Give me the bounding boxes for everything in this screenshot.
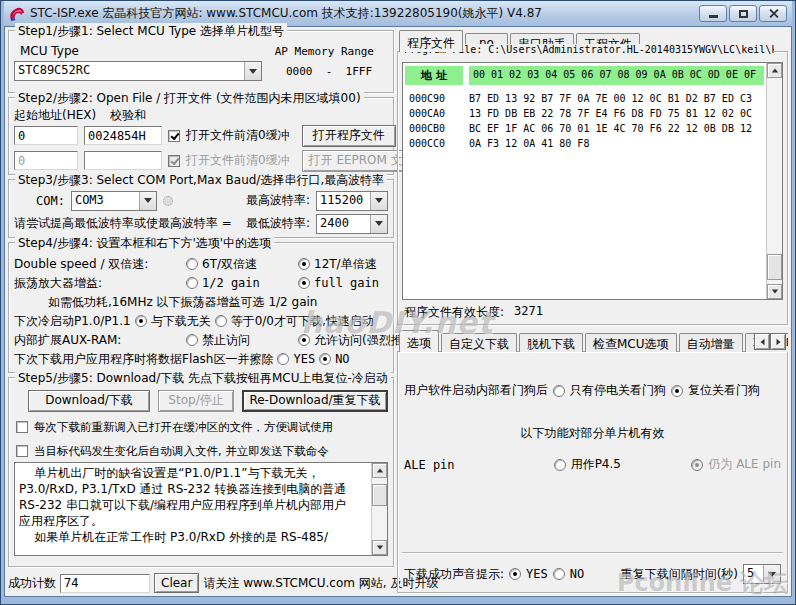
clear-count-button[interactable]: Clear [154, 573, 199, 593]
tab-scroll-right-button[interactable] [770, 333, 786, 350]
erase-flash-yes-label[interactable]: YES [293, 352, 315, 366]
osc-gain-half-radio[interactable] [186, 277, 198, 289]
hex-row-bytes: BC EF 1F AC 06 70 01 1E 4C 70 F6 22 12 0… [469, 123, 764, 134]
watchdog-label: 用户软件启动内部看门狗后 [404, 382, 548, 399]
clear-buffer-label[interactable]: 打开文件前清0缓冲 [186, 127, 290, 144]
minimize-button[interactable] [699, 5, 727, 22]
hex-scrollbar[interactable] [766, 63, 782, 299]
tab-custom-download[interactable]: 自定义下载 [441, 333, 517, 352]
hex-viewer[interactable]: 地 址 00 01 02 03 04 05 06 07 08 09 0A 0B … [402, 62, 783, 300]
hex-row-address: 000C90 [405, 93, 463, 104]
watchdog-reset-radio[interactable] [671, 385, 683, 397]
erase-flash-no-radio[interactable] [319, 353, 331, 365]
repeat-interval-combobox[interactable]: 5 [743, 564, 781, 584]
watchdog-reset-label[interactable]: 复位关看门狗 [688, 382, 760, 399]
reload-before-download-label[interactable]: 每次下载前重新调入已打开在缓冲区的文件，方便调试使用 [34, 420, 333, 435]
redownload-button[interactable]: Re-Download/重复下载 [242, 390, 388, 412]
window-title: STC-ISP.exe 宏晶科技官方网站: www.STCMCU.com 技术支… [30, 5, 694, 22]
tab-auto-increment[interactable]: 自动增量 [679, 333, 743, 352]
sound-row: 下载成功声音提示: YES NO 重复下载间隔时间(秒) 5 [404, 560, 781, 586]
program-start-address-input[interactable] [14, 126, 78, 145]
success-count-input[interactable] [60, 574, 150, 593]
osc-gain-label: 振荡放大器增益: [14, 275, 182, 292]
chevron-down-icon [375, 198, 383, 203]
aux-ram-enable-radio[interactable] [298, 334, 310, 346]
aux-ram-disable-label[interactable]: 禁止访问 [202, 332, 250, 349]
tab-offline-download[interactable]: 脱机下载 [519, 333, 583, 352]
hex-address-header: 地 址 [405, 66, 463, 85]
ale-p45-radio[interactable] [554, 459, 566, 471]
hex-row: 000CB0 BC EF 1F AC 06 70 01 1E 4C 70 F6 … [405, 121, 764, 136]
tab-scroll-left-button[interactable] [754, 333, 770, 350]
cold-start-00-label[interactable]: 等于0/0才可下载,快速启动 [231, 313, 374, 330]
aux-ram-disable-radio[interactable] [186, 334, 198, 346]
eeprom-start-address-input[interactable] [14, 151, 78, 170]
download-button[interactable]: Download/下载 [28, 390, 150, 412]
com-port-combobox[interactable]: COM3 [71, 191, 157, 211]
scroll-down-icon[interactable] [767, 284, 782, 299]
sound-no-label[interactable]: NO [570, 567, 584, 581]
sound-yes-radio[interactable] [509, 568, 521, 580]
ale-pin-label: ALE pin [404, 458, 549, 472]
scroll-up-icon[interactable] [372, 463, 387, 478]
ale-p45-label[interactable]: 用作P4.5 [571, 456, 687, 473]
erase-flash-no-label[interactable]: NO [335, 352, 349, 366]
sound-yes-label[interactable]: YES [526, 567, 548, 581]
max-baud-combobox[interactable]: 115200 [316, 191, 388, 211]
watchdog-poweroff-radio[interactable] [553, 385, 565, 397]
erase-flash-yes-radio[interactable] [277, 353, 289, 365]
bottom-tabstrip: 选项 自定义下载 脱机下载 检查MCU选项 自动增量 ISP DEMC [397, 330, 788, 352]
repeat-interval-dropdown-button[interactable] [763, 565, 780, 583]
tab-options[interactable]: 选项 [399, 330, 439, 352]
program-file-groupbox: Program File: C:\Users\Administrator.HL-… [397, 51, 788, 325]
min-baud-value: 2400 [317, 215, 370, 233]
max-baud-value: 115200 [317, 192, 370, 210]
osc-gain-half-label[interactable]: 1/2 gain [202, 276, 260, 290]
double-speed-6t-label[interactable]: 6T/双倍速 [202, 256, 257, 273]
options-divider [402, 552, 783, 554]
info-scrollbar[interactable] [371, 463, 387, 555]
program-checksum-input[interactable] [84, 126, 162, 145]
app-window: STC-ISP.exe 宏晶科技官方网站: www.STCMCU.com 技术支… [0, 0, 796, 605]
options-tabpage: 用户软件启动内部看门狗后 只有停电关看门狗 复位关看门狗 以下功能对部分单片机有… [397, 351, 788, 593]
sound-no-radio[interactable] [553, 568, 565, 580]
reload-before-download-checkbox[interactable] [16, 421, 28, 433]
step4-groupbox: Step4/步骤4: 设置本框和右下方'选项'中的选项 Double speed… [8, 242, 394, 373]
max-baud-dropdown-button[interactable] [370, 192, 387, 210]
cold-start-00-radio[interactable] [215, 315, 227, 327]
eeprom-checksum-input[interactable] [84, 151, 162, 170]
clear-buffer-checkbox[interactable] [168, 130, 180, 142]
hex-row: 000C90 B7 ED 13 92 B7 7F 0A 7E 00 12 0C … [405, 91, 764, 106]
info-textarea[interactable]: 单片机出厂时的缺省设置是“P1.0/P1.1”与下载无关， P3.0/RxD, … [14, 462, 388, 556]
min-baud-dropdown-button[interactable] [370, 215, 387, 233]
double-speed-6t-radio[interactable] [186, 258, 198, 270]
com-dropdown-button[interactable] [139, 192, 156, 210]
ale-keep-radio [691, 459, 703, 471]
tab-check-mcu-options[interactable]: 检查MCU选项 [585, 333, 677, 352]
open-program-file-button[interactable]: 打开程序文件 [302, 125, 396, 147]
mcu-type-combobox[interactable]: STC89C52RC [14, 61, 262, 81]
step3-legend: Step3/步骤3: Select COM Port,Max Baud/选择串行… [15, 172, 387, 189]
auto-reload-on-change-label[interactable]: 当目标代码发生变化后自动调入文件, 并立即发送下载命令 [34, 444, 329, 459]
mcu-type-dropdown-button[interactable] [244, 62, 261, 80]
cold-start-any-label[interactable]: 与下载无关 [151, 313, 211, 330]
maximize-button[interactable] [729, 5, 757, 22]
tab-program-file[interactable]: 程序文件 [399, 30, 463, 52]
min-baud-combobox[interactable]: 2400 [316, 214, 388, 234]
scroll-down-icon[interactable] [372, 540, 387, 555]
chevron-down-icon [375, 221, 383, 226]
osc-gain-full-label[interactable]: full gain [314, 276, 379, 290]
auto-reload-on-change-checkbox[interactable] [16, 445, 28, 457]
osc-gain-full-radio[interactable] [298, 277, 310, 289]
watchdog-poweroff-label[interactable]: 只有停电关看门狗 [570, 382, 666, 399]
start-address-label: 起始地址(HEX) [14, 107, 96, 124]
com-indicator-icon [163, 196, 173, 206]
program-length-row: 程序文件有效长度: 3271 [402, 300, 783, 321]
repeat-interval-label: 重复下载间隔时间(秒) [621, 566, 738, 583]
cold-start-any-radio[interactable] [135, 315, 147, 327]
aux-ram-label: 内部扩展AUX-RAM: [14, 332, 182, 349]
scroll-up-icon[interactable] [767, 63, 782, 78]
close-button[interactable] [759, 5, 787, 22]
double-speed-12t-label[interactable]: 12T/单倍速 [314, 256, 377, 273]
double-speed-12t-radio[interactable] [298, 258, 310, 270]
